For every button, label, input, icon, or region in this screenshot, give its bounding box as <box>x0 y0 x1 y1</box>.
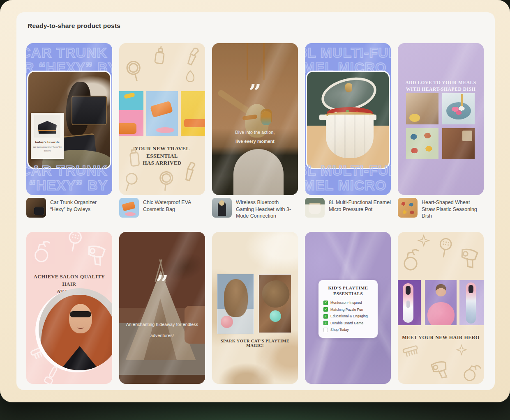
photo-grid <box>406 93 475 159</box>
post-card-hair-hero[interactable]: MEET YOUR NEW HAIR HERO <box>398 232 484 384</box>
hand-mirror-icon <box>119 169 145 195</box>
grid-photo-heart-dishes <box>406 128 438 159</box>
caption-item-heart-dish[interactable]: Heart-Shaped Wheat Straw Plastic Seasoni… <box>398 198 484 220</box>
caption-thumbnail <box>26 198 46 218</box>
lid-knob <box>345 83 352 92</box>
overlay-title: today's favorite <box>35 140 60 144</box>
makeup-brush-icon <box>178 43 205 72</box>
page: Ready-to-share product posts CAR TRUNK O… <box>0 0 510 420</box>
checklist-card: KID’S PLAYTIME ESSENTIALS ✓ Montessori–I… <box>318 280 378 338</box>
perfume-bottle-icon <box>148 44 173 68</box>
checklist-items: ✓ Montessori–Inspired ✓ Matching Puzzle … <box>323 301 373 332</box>
posts-row-1: CAR TRUNK OR ER “HEXY” BY O today's favo… <box>26 43 484 195</box>
sparkle-icon <box>455 343 468 357</box>
beauty-sponge-icon <box>181 69 199 87</box>
checked-checkbox-icon: ✓ <box>323 314 328 319</box>
caption-thumbnail <box>119 198 139 218</box>
checklist-label: Matching Puzzle Fun <box>330 308 363 312</box>
collage-photo-3 <box>181 91 205 136</box>
quote-text: Dive into the action, live every moment <box>215 128 295 146</box>
checked-checkbox-icon: ✓ <box>323 321 328 325</box>
post-card-heart-dish[interactable]: ADD LOVE TO YOUR MEALS WITH HEART-SHAPED… <box>398 43 484 195</box>
post-card-teepee[interactable]: ” An enchanting hideaway for endless adv… <box>119 232 205 384</box>
posts-row-2: ACHIEVE SALON-QUALITY HAIR AT HOME <box>26 232 484 384</box>
hair-dryer-icon <box>81 239 112 270</box>
collage-photo-2 <box>146 91 178 136</box>
organizer-product-image <box>34 115 60 138</box>
quote-icon: ” <box>212 87 298 99</box>
caption-title: Car Trunk Organizer “Hexy” by Owleys <box>50 198 112 213</box>
product-collage <box>119 91 205 136</box>
caption-title: Heart-Shaped Wheat Straw Plastic Seasoni… <box>422 198 484 220</box>
checklist-label: Montessori–Inspired <box>330 301 362 305</box>
pot-body <box>326 115 374 158</box>
photo-overlay <box>119 232 205 384</box>
hair-dryer-icon <box>426 355 455 383</box>
round-brush-icon <box>431 234 459 262</box>
post-card-kids-game[interactable]: KID’S PLAYTIME ESSENTIALS ✓ Montessori–I… <box>305 232 391 384</box>
checklist-item: Shop Today <box>323 328 373 332</box>
photo-figure-smile <box>77 326 84 329</box>
post-headline: ADD LOVE TO YOUR MEALS WITH HEART-SHAPED… <box>400 79 481 92</box>
grid-photo-family <box>442 128 475 159</box>
photo-overlay <box>212 43 298 195</box>
captions-row: Car Trunk Organizer “Hexy” by Owleys Chi… <box>26 198 484 220</box>
caption-item-car-trunk-organizer[interactable]: Car Trunk Organizer “Hexy” by Owleys <box>26 198 112 220</box>
marquee-text-bottom: CAR TRUNK OR R “HEXY” BY O <box>26 163 112 193</box>
hair-dryer-icon <box>454 242 484 273</box>
caption-title: Chic Waterproof EVA Cosmetic Bag <box>143 198 205 213</box>
unchecked-checkbox-icon <box>323 328 328 332</box>
checklist-item: ✓ Educational & Engaging <box>323 314 373 319</box>
post-card-car-trunk-organizer[interactable]: CAR TRUNK OR ER “HEXY” BY O today's favo… <box>26 43 112 195</box>
overlay-subtitle: car trunk organizer “hexy” by owleys <box>33 145 62 153</box>
product-overlay-card: today's favorite car trunk organizer “he… <box>31 113 64 159</box>
sunglasses <box>70 311 91 317</box>
posts-panel: Ready-to-share product posts CAR TRUNK O… <box>16 12 495 390</box>
model-photo <box>425 280 457 325</box>
checked-checkbox-icon: ✓ <box>323 301 328 305</box>
caption-thumbnail <box>398 198 418 218</box>
post-headline: YOUR NEW TRAVEL ESSENTIAL HAS ARRIVED <box>122 145 203 167</box>
pressure-pot-photo <box>306 71 390 169</box>
post-card-pressure-pot[interactable]: 8L MULTI-FUNC AMEL MICRO PR 8L MULTI-FUN… <box>305 43 391 195</box>
quote-text: An enchanting hideaway for endless adven… <box>122 319 202 342</box>
checked-checkbox-icon: ✓ <box>323 307 328 312</box>
caption-item-pressure-pot[interactable]: 8L Multi-Functional Enamel Micro Pressur… <box>305 198 391 220</box>
checklist-title: KID’S PLAYTIME ESSENTIALS <box>323 285 373 297</box>
post-card-gaming-headset[interactable]: ” Dive into the action, live every momen… <box>212 43 298 195</box>
app-background: Ready-to-share product posts CAR TRUNK O… <box>0 0 510 402</box>
grid-photo-cooking <box>406 93 438 124</box>
hair-tool-photo-1 <box>398 280 421 325</box>
collage-photo-1 <box>119 91 143 136</box>
post-headline: MEET YOUR NEW HAIR HERO <box>400 335 481 341</box>
marquee-text-bottom: 8L MULTI-FUNC AMEL MICRO PR <box>305 163 391 193</box>
hair-tool-photo-2 <box>459 280 484 325</box>
pot-handle-right <box>369 115 376 120</box>
section-title: Ready-to-share product posts <box>28 22 120 30</box>
photo-figure-face <box>69 304 92 333</box>
post-card-cat-toy[interactable]: SPARK YOUR CAT’S PLAYTIME MAGIC! <box>212 232 298 384</box>
trunk-organizer-box <box>72 96 107 125</box>
checklist-item: ✓ Durable Board Game <box>323 321 373 325</box>
caption-item-gaming-headset[interactable]: Wireless Bluetooth Gaming Headset with 3… <box>212 198 298 220</box>
caption-item-cosmetic-bag[interactable]: Chic Waterproof EVA Cosmetic Bag <box>119 198 205 220</box>
caption-title: Wireless Bluetooth Gaming Headset with 3… <box>236 198 298 220</box>
caption-thumbnail <box>212 198 232 218</box>
spray-bottle-icon <box>398 246 425 274</box>
caption-title: 8L Multi-Functional Enamel Micro Pressur… <box>329 198 391 213</box>
spray-bottle-icon <box>458 359 484 384</box>
cat-photo-left <box>217 274 254 334</box>
checklist-label: Educational & Engaging <box>330 314 368 318</box>
hand-mirror-icon <box>152 168 180 195</box>
comb-icon <box>398 339 424 365</box>
checklist-label: Durable Board Game <box>330 321 363 325</box>
checklist-item: ✓ Montessori–Inspired <box>323 301 373 305</box>
pot-handle-left <box>319 115 327 120</box>
car-trunk-photo: today's favorite car trunk organizer “he… <box>27 71 111 169</box>
post-card-cosmetic-bag[interactable]: YOUR NEW TRAVEL ESSENTIAL HAS ARRIVED <box>119 43 205 195</box>
grid-photo-fruit-bowl <box>442 93 475 124</box>
post-headline: SPARK YOUR CAT’S PLAYTIME MAGIC! <box>215 339 295 348</box>
hand-mirror-icon <box>119 56 150 87</box>
checklist-label: Shop Today <box>330 328 349 332</box>
post-card-salon-hair[interactable]: ACHIEVE SALON-QUALITY HAIR AT HOME <box>26 232 112 384</box>
